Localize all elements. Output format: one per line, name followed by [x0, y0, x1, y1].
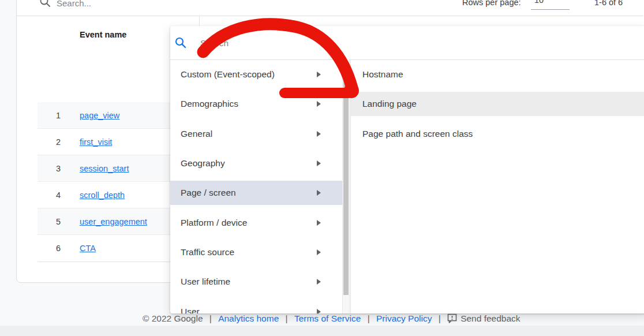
dropdown-search-divider — [170, 59, 644, 60]
footer-copyright: © 2022 Google — [143, 313, 203, 323]
category-item-custom-event-scoped[interactable]: Custom (Event-scoped) — [170, 62, 342, 87]
row-index: 1 — [38, 102, 61, 129]
row-index: 5 — [38, 208, 61, 235]
category-label: Page / screen — [181, 181, 236, 205]
rows-per-page-value: 10 — [534, 0, 544, 6]
category-item-page-screen[interactable]: Page / screen — [170, 181, 342, 205]
category-label: Traffic source — [181, 240, 234, 264]
footer: © 2022 Google | Analytics home | Terms o… — [143, 312, 521, 325]
category-item-demographics[interactable]: Demographics — [170, 92, 342, 116]
footer-separator: | — [286, 313, 288, 323]
event-link[interactable]: first_visit — [80, 129, 112, 155]
row-index: 3 — [38, 155, 61, 182]
row-index: 6 — [38, 235, 61, 262]
submenu-item-landing-page[interactable]: Landing page — [351, 92, 644, 116]
category-item-geography[interactable]: Geography — [170, 151, 342, 176]
dropdown-search-icon — [175, 37, 186, 48]
footer-link-analytics-home[interactable]: Analytics home — [218, 313, 279, 323]
dimension-picker-dropdown: Search Custom (Event-scoped) Demographic… — [170, 26, 644, 313]
submenu-arrow-icon — [317, 220, 321, 226]
submenu-arrow-icon — [317, 279, 321, 285]
event-link[interactable]: scroll_depth — [80, 182, 125, 208]
event-link[interactable]: page_view — [80, 102, 119, 129]
category-label: Demographics — [181, 92, 238, 116]
category-label: Geography — [181, 151, 225, 176]
category-label: Custom (Event-scoped) — [181, 62, 275, 87]
submenu-label: Page path and screen class — [362, 122, 473, 146]
submenu-arrow-icon — [317, 249, 321, 255]
footer-link-privacy-policy[interactable]: Privacy Policy — [376, 313, 432, 323]
column-header-event-name[interactable]: Event name — [80, 28, 126, 41]
dropdown-search-input[interactable]: Search — [200, 36, 229, 50]
submenu-arrow-icon — [317, 160, 321, 166]
category-label: General — [181, 122, 212, 146]
submenu-arrow-icon — [317, 101, 321, 107]
dropdown-scrollbar[interactable] — [342, 59, 350, 313]
analytics-events-page: Search... Rows per page: 10 1-6 of 6 Eve… — [0, 0, 644, 336]
category-item-user[interactable]: User — [170, 300, 342, 313]
event-link[interactable]: session_start — [80, 155, 129, 182]
footer-link-terms-of-service[interactable]: Terms of Service — [294, 313, 361, 323]
footer-separator: | — [209, 313, 212, 323]
category-label: User — [181, 300, 200, 313]
dropdown-scrollbar-thumb[interactable] — [343, 62, 349, 295]
category-label: User lifetime — [181, 270, 230, 294]
toolbar-divider — [17, 16, 643, 16]
submenu-arrow-icon — [317, 131, 321, 137]
category-item-platform-device[interactable]: Platform / device — [170, 211, 342, 235]
feedback-icon — [447, 313, 457, 323]
event-link[interactable]: CTA — [80, 235, 96, 262]
rows-per-page-label: Rows per page: — [462, 0, 521, 10]
submenu-arrow-icon — [317, 190, 321, 196]
row-index: 4 — [38, 182, 61, 208]
footer-separator: | — [368, 313, 370, 323]
footer-separator: | — [439, 313, 441, 323]
submenu-label: Hostname — [362, 62, 403, 87]
table-search-input[interactable]: Search... — [57, 0, 91, 10]
search-icon — [39, 0, 51, 8]
footer-send-feedback[interactable]: Send feedback — [460, 313, 520, 323]
row-index: 2 — [38, 129, 61, 155]
submenu-arrow-icon — [317, 72, 321, 77]
pagination-range: 1-6 of 6 — [594, 0, 623, 10]
submenu-arrow-icon — [317, 309, 321, 313]
category-label: Platform / device — [181, 211, 247, 235]
event-link[interactable]: user_engagement — [80, 208, 147, 235]
rows-per-page-select[interactable]: 10 — [531, 0, 570, 10]
submenu-item-page-path-and-screen-class[interactable]: Page path and screen class — [351, 122, 644, 146]
submenu-label: Landing page — [362, 92, 417, 116]
submenu-item-hostname[interactable]: Hostname — [351, 62, 644, 87]
category-item-user-lifetime[interactable]: User lifetime — [170, 270, 342, 294]
category-item-traffic-source[interactable]: Traffic source — [170, 240, 342, 264]
bottom-strip — [0, 326, 644, 336]
category-item-general[interactable]: General — [170, 122, 342, 146]
